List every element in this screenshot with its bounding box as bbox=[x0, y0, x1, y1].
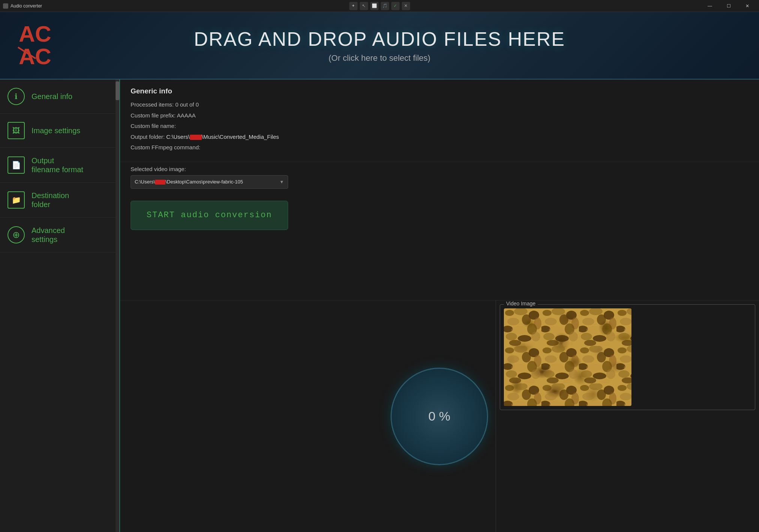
custom-prefix-label: Custom file prefix: AAAAA bbox=[131, 112, 195, 119]
app-logo: AC AC bbox=[15, 21, 60, 70]
processed-items-label: Processed items: 0 out of 0 bbox=[131, 101, 199, 108]
start-conversion-button[interactable]: START audio conversion bbox=[131, 201, 288, 230]
main-area: ▲ ℹ General info 🖼 Image settings 📄 Outp… bbox=[0, 80, 759, 532]
file-icon: 📄 bbox=[8, 156, 25, 174]
sidebar-item-output-filename[interactable]: 📄 Outputfilename format bbox=[0, 148, 119, 183]
redact-username-2 bbox=[155, 180, 165, 185]
output-folder-row: Output folder: C:\Users\ \Music\Converte… bbox=[131, 133, 748, 141]
folder-icon: 📁 bbox=[8, 191, 25, 209]
content-panel: Generic info Processed items: 0 out of 0… bbox=[120, 80, 759, 532]
scrollbar-track bbox=[116, 80, 119, 532]
processed-items-row: Processed items: 0 out of 0 bbox=[131, 101, 748, 109]
bottom-area: 0 % Video Image bbox=[120, 300, 759, 532]
image-icon: 🖼 bbox=[8, 122, 25, 139]
plus-circle-icon: ⊕ bbox=[8, 226, 25, 243]
custom-prefix-row: Custom file prefix: AAAAA bbox=[131, 111, 748, 120]
maximize-button[interactable]: ☐ bbox=[720, 0, 737, 12]
sidebar-item-advanced-settings[interactable]: ⊕ Advancedsettings bbox=[0, 218, 119, 252]
close-button[interactable]: ✕ bbox=[739, 0, 756, 12]
app-title: Audio converter bbox=[11, 3, 42, 9]
bottom-left-panel bbox=[120, 300, 383, 532]
camo-preview-image bbox=[504, 308, 631, 406]
sidebar-label-image-settings: Image settings bbox=[32, 126, 80, 135]
bottom-right-panel: Video Image bbox=[496, 300, 759, 532]
svg-text:AC: AC bbox=[19, 44, 51, 69]
toolbar-btn-4[interactable]: 🎵 bbox=[381, 2, 389, 10]
selected-image-section: Selected video image: C:\Users\ \Desktop… bbox=[120, 162, 759, 195]
sidebar-label-advanced-settings: Advancedsettings bbox=[32, 226, 65, 244]
sidebar: ▲ ℹ General info 🖼 Image settings 📄 Outp… bbox=[0, 80, 120, 532]
output-folder-path: C:\Users\ \Music\Converted_Media_Files bbox=[166, 134, 279, 140]
sidebar-item-destination-folder[interactable]: 📁 Destinationfolder bbox=[0, 183, 119, 218]
scrollbar-thumb[interactable] bbox=[116, 81, 119, 100]
toolbar-btn-3[interactable]: ⬜ bbox=[370, 2, 379, 10]
bottom-center-panel: 0 % bbox=[383, 300, 496, 532]
image-path-value: C:\Users\ \Desktop\Camos\preview-fabric-… bbox=[135, 179, 243, 185]
progress-value: 0 % bbox=[428, 409, 451, 424]
toolbar-btn-6[interactable]: ✕ bbox=[402, 2, 410, 10]
dropdown-arrow-icon: ▼ bbox=[280, 179, 284, 185]
app-icon bbox=[3, 3, 8, 9]
sidebar-item-general-info[interactable]: ℹ General info bbox=[0, 80, 119, 114]
drop-zone[interactable]: AC AC DRAG AND DROP AUDIO FILES HERE (Or… bbox=[0, 12, 759, 80]
toolbar-btn-5[interactable]: ✓ bbox=[391, 2, 400, 10]
header-text: DRAG AND DROP AUDIO FILES HERE (Or click… bbox=[194, 28, 565, 63]
video-image-title: Video Image bbox=[504, 301, 538, 307]
start-btn-container: START audio conversion bbox=[120, 195, 759, 236]
progress-circle: 0 % bbox=[391, 368, 488, 465]
custom-name-row: Custom file name: bbox=[131, 122, 748, 131]
video-image-group: Video Image bbox=[500, 304, 755, 410]
titlebar: Audio converter ✦ ↖ ⬜ 🎵 ✓ ✕ — ☐ ✕ bbox=[0, 0, 759, 12]
info-icon: ℹ bbox=[8, 88, 25, 105]
minimize-button[interactable]: — bbox=[701, 0, 718, 12]
custom-name-label: Custom file name: bbox=[131, 123, 176, 129]
sidebar-label-output-filename: Outputfilename format bbox=[32, 156, 83, 174]
custom-ffmpeg-row: Custom FFmpeg command: bbox=[131, 143, 748, 152]
toolbar-btn-1[interactable]: ✦ bbox=[349, 2, 358, 10]
toolbar-btn-2[interactable]: ↖ bbox=[360, 2, 368, 10]
section-title: Generic info bbox=[131, 87, 748, 95]
redact-username-1 bbox=[190, 135, 202, 140]
sidebar-item-image-settings[interactable]: 🖼 Image settings bbox=[0, 114, 119, 148]
drag-drop-title: DRAG AND DROP AUDIO FILES HERE bbox=[194, 28, 565, 50]
output-folder-label: Output folder: bbox=[131, 134, 166, 140]
svg-text:AC: AC bbox=[19, 21, 51, 47]
sidebar-label-destination-folder: Destinationfolder bbox=[32, 191, 69, 209]
titlebar-toolbar: ✦ ↖ ⬜ 🎵 ✓ ✕ bbox=[349, 2, 410, 10]
generic-info-section: Generic info Processed items: 0 out of 0… bbox=[120, 80, 759, 162]
sidebar-scroll: ▲ ℹ General info 🖼 Image settings 📄 Outp… bbox=[0, 80, 119, 532]
camo-overlay bbox=[504, 308, 631, 406]
image-path-dropdown[interactable]: C:\Users\ \Desktop\Camos\preview-fabric-… bbox=[131, 175, 288, 189]
drag-drop-subtitle: (Or click here to select files) bbox=[194, 53, 565, 63]
titlebar-left: Audio converter bbox=[3, 3, 42, 9]
custom-ffmpeg-label: Custom FFmpeg command: bbox=[131, 144, 200, 150]
selected-image-label: Selected video image: bbox=[131, 166, 748, 172]
window-controls: — ☐ ✕ bbox=[701, 0, 756, 12]
sidebar-label-general-info: General info bbox=[32, 92, 72, 101]
